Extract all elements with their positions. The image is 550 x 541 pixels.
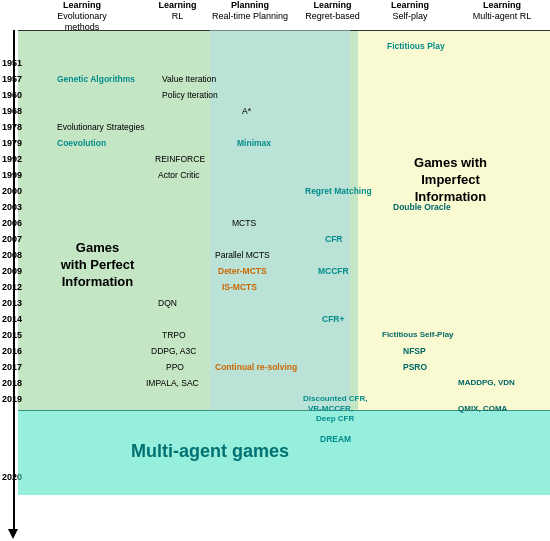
year-1951: 1951: [2, 58, 22, 68]
algo-policy-iteration: Policy Iteration: [162, 90, 218, 100]
algo-actor-critic: Actor Critic: [158, 170, 200, 180]
year-2008: 2008: [2, 250, 22, 260]
year-1979: 1979: [2, 138, 22, 148]
algo-fictitious-play: Fictitious Play: [387, 41, 445, 51]
imperfect-info-label: Games withImperfectInformation: [358, 155, 543, 206]
year-1992: 1992: [2, 154, 22, 164]
algo-continual-resolving: Continual re-solving: [215, 362, 297, 372]
algo-coevolution: Coevolution: [57, 138, 106, 148]
algo-evolutionary-strategies: Evolutionary Strategies: [57, 122, 144, 132]
year-2006: 2006: [2, 218, 22, 228]
algo-reinforce: REINFORCE: [155, 154, 205, 164]
year-2019: 2019: [2, 394, 22, 404]
year-2012: 2012: [2, 282, 22, 292]
year-2014: 2014: [2, 314, 22, 324]
algo-ppo: PPO: [166, 362, 184, 372]
algo-qmix-coma: QMIX, COMA: [458, 404, 507, 413]
algo-maddpg-vdn: MADDPG, VDN: [458, 378, 515, 387]
year-2013: 2013: [2, 298, 22, 308]
year-1978: 1978: [2, 122, 22, 132]
imperfect-info-bg: [358, 30, 550, 410]
year-2017: 2017: [2, 362, 22, 372]
year-2015: 2015: [2, 330, 22, 340]
algo-mcts: MCTS: [232, 218, 256, 228]
algo-cfr-plus: CFR+: [322, 314, 344, 324]
algo-ddpg-a3c: DDPG, A3C: [151, 346, 196, 356]
col-header-1: Learning Evolutionary methods: [42, 0, 122, 32]
year-1957: 1957: [2, 74, 22, 84]
year-1999: 1999: [2, 170, 22, 180]
algo-genetic-algorithms: Genetic Algorithms: [57, 74, 135, 84]
year-2018: 2018: [2, 378, 22, 388]
col-header-6: Learning Multi-agent RL: [462, 0, 542, 22]
algo-nfsp: NFSP: [403, 346, 426, 356]
year-1968: 1968: [2, 106, 22, 116]
algo-discounted-cfr: Discounted CFR,: [303, 394, 367, 403]
timeline-arrow: [8, 529, 18, 539]
algo-dqn: DQN: [158, 298, 177, 308]
algo-dream: DREAM: [320, 434, 351, 444]
algo-astar: A*: [242, 106, 251, 116]
planning-col-bg: [210, 30, 350, 410]
col-header-2: Learning RL: [150, 0, 205, 22]
algo-cfr: CFR: [325, 234, 342, 244]
col-header-3: Planning Real-time Planning: [210, 0, 290, 22]
algo-fictitious-self-play: Fictitious Self-Play: [382, 330, 454, 339]
algo-deter-mcts: Deter-MCTS: [218, 266, 267, 276]
multiagent-label: Multi-agent games: [100, 440, 320, 463]
algo-psro: PSRO: [403, 362, 427, 372]
algo-value-iteration: Value Iteration: [162, 74, 216, 84]
algo-mccfr: MCCFR: [318, 266, 349, 276]
year-2003: 2003: [2, 202, 22, 212]
timeline-axis: [13, 30, 15, 530]
algo-trpo: TRPO: [162, 330, 186, 340]
chart-container: Learning Evolutionary methods Learning R…: [0, 0, 550, 541]
perfect-info-label: Gameswith PerfectInformation: [25, 240, 170, 291]
algo-impala-sac: IMPALA, SAC: [146, 378, 199, 388]
algo-parallel-mcts: Parallel MCTS: [215, 250, 270, 260]
algo-is-mcts: IS-MCTS: [222, 282, 257, 292]
year-2000: 2000: [2, 186, 22, 196]
algo-vr-mccfr: VR-MCCFR,: [308, 404, 353, 413]
year-2009: 2009: [2, 266, 22, 276]
algo-deep-cfr: Deep CFR: [316, 414, 354, 423]
year-2016: 2016: [2, 346, 22, 356]
year-1960: 1960: [2, 90, 22, 100]
year-2007: 2007: [2, 234, 22, 244]
algo-minimax: Minimax: [237, 138, 271, 148]
col-header-5: Learning Self-play: [380, 0, 440, 22]
col-header-4: Learning Regret-based: [295, 0, 370, 22]
